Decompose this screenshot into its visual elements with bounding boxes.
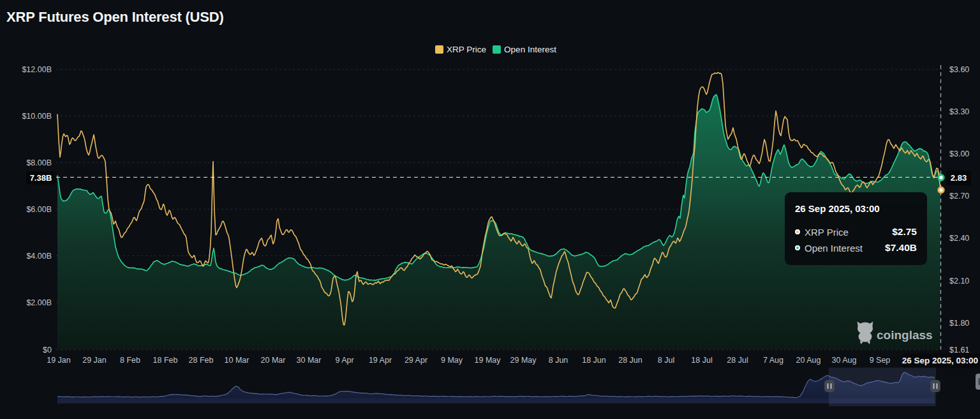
svg-text:28 Feb: 28 Feb (189, 356, 214, 365)
svg-text:$4.00B: $4.00B (26, 252, 52, 261)
svg-text:coinglass: coinglass (877, 328, 933, 342)
svg-text:$2.10: $2.10 (949, 277, 969, 286)
svg-text:29 Apr: 29 Apr (405, 356, 427, 365)
svg-text:$8.00B: $8.00B (26, 158, 52, 167)
svg-text:8 Jun: 8 Jun (549, 356, 568, 365)
svg-text:$6.00B: $6.00B (26, 205, 52, 214)
svg-text:$3.00: $3.00 (949, 149, 969, 158)
svg-text:18 Feb: 18 Feb (153, 356, 178, 365)
svg-text:10 Mar: 10 Mar (225, 356, 249, 365)
svg-text:29 Jan: 29 Jan (82, 356, 107, 365)
svg-text:$3.60: $3.60 (949, 65, 969, 74)
svg-text:8 Feb: 8 Feb (120, 356, 140, 365)
svg-text:18 Jun: 18 Jun (582, 356, 606, 365)
svg-text:9 May: 9 May (441, 356, 463, 365)
svg-text:7 Aug: 7 Aug (763, 356, 783, 365)
svg-text:$1.61: $1.61 (949, 346, 969, 354)
svg-text:9 Sep: 9 Sep (870, 356, 891, 365)
svg-text:19 Jan: 19 Jan (47, 356, 71, 365)
svg-text:$0: $0 (43, 346, 52, 354)
svg-text:9 Apr: 9 Apr (335, 356, 353, 365)
svg-text:29 May: 29 May (510, 356, 537, 365)
svg-text:$2.40: $2.40 (949, 234, 969, 243)
svg-text:$10.00B: $10.00B (22, 112, 52, 121)
svg-text:$2.00B: $2.00B (26, 298, 52, 307)
svg-text:19 May: 19 May (475, 356, 501, 365)
svg-text:$12.00B: $12.00B (22, 65, 52, 74)
svg-text:18 Jul: 18 Jul (691, 356, 712, 365)
svg-text:26 Sep 2025, 03:00: 26 Sep 2025, 03:00 (902, 356, 978, 365)
svg-text:$1.80: $1.80 (949, 319, 969, 328)
svg-text:20 Aug: 20 Aug (796, 356, 821, 365)
svg-text:8 Jul: 8 Jul (658, 356, 674, 365)
svg-text:19 Apr: 19 Apr (369, 356, 392, 365)
svg-text:30 Mar: 30 Mar (297, 356, 322, 365)
svg-text:30 Aug: 30 Aug (832, 356, 857, 365)
svg-text:28 Jun: 28 Jun (618, 356, 642, 365)
svg-text:2.83: 2.83 (951, 173, 967, 183)
svg-text:28 Jul: 28 Jul (727, 356, 748, 365)
svg-text:20 Mar: 20 Mar (261, 356, 286, 365)
svg-text:$3.30: $3.30 (949, 107, 969, 116)
svg-text:$2.70: $2.70 (949, 192, 969, 201)
svg-text:7.38B: 7.38B (30, 173, 52, 183)
